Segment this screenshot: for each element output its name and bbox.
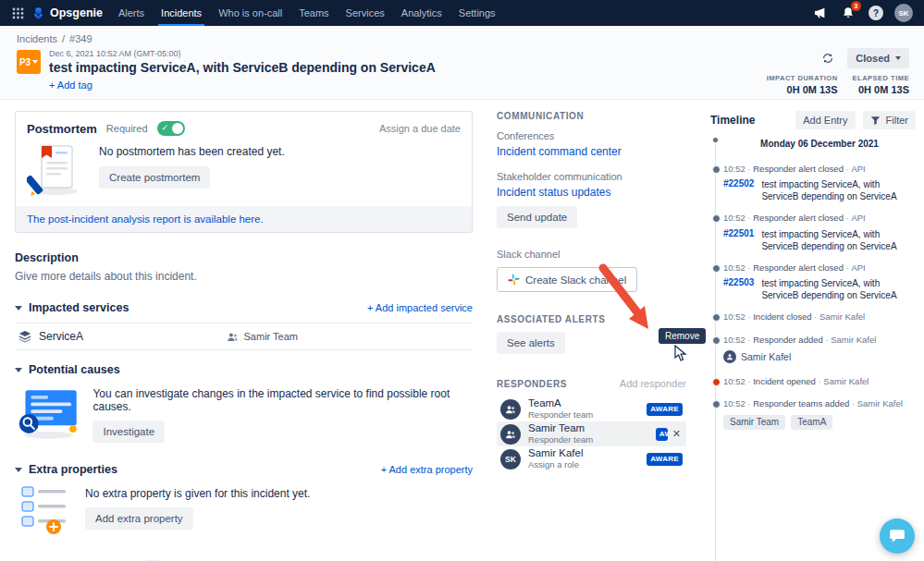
entry-time: 10:52: [723, 335, 745, 345]
postmortem-report-link[interactable]: The post-incident analysis report is ava…: [27, 213, 264, 225]
send-update-button[interactable]: Send update: [497, 206, 577, 228]
priority-dropdown[interactable]: P3: [17, 50, 41, 74]
associated-alerts-header: ASSOCIATED ALERTS: [497, 314, 686, 324]
add-extra-property-link[interactable]: + Add extra property: [381, 464, 473, 475]
user-avatar[interactable]: SK: [894, 4, 913, 22]
alert-link[interactable]: #22502: [723, 178, 754, 202]
nav-item-incidents[interactable]: Incidents: [153, 0, 210, 26]
description-title: Description: [15, 251, 473, 264]
responder-name: TeamA: [528, 397, 593, 409]
team-tag[interactable]: TeamA: [791, 415, 832, 430]
impacted-services-section: Impacted services + Add impacted service…: [15, 301, 473, 350]
status-dropdown[interactable]: Closed: [847, 48, 909, 68]
brand-name: Opsgenie: [50, 6, 103, 19]
refresh-icon[interactable]: [821, 52, 834, 65]
chevron-down-icon[interactable]: [15, 306, 22, 311]
responders-list: TeamA Responder team AWARE Samir Team Re…: [497, 396, 686, 471]
timeline-column: Timeline Add Entry Filter Monday 06 Dece…: [710, 111, 916, 561]
chevron-down-icon[interactable]: [15, 468, 22, 472]
notifications-bell-icon[interactable]: 3: [839, 4, 857, 22]
entry-by: Samir Kafel: [816, 376, 869, 386]
slack-icon: [508, 274, 520, 286]
postmortem-info-bar: The post-incident analysis report is ava…: [16, 206, 472, 232]
chat-widget-button[interactable]: [880, 518, 915, 554]
duration-stats: IMPACT DURATION 0H 0M 13S ELAPSED TIME 0…: [767, 74, 909, 95]
aware-badge: AWARE: [647, 453, 683, 466]
status-label: Closed: [856, 53, 890, 64]
chat-bubble-icon: [889, 528, 906, 544]
potential-causes-text: You can investigate changes in the impac…: [92, 387, 473, 413]
responder-added-chip[interactable]: Samir Kafel: [723, 350, 916, 363]
opsgenie-logo-icon: [31, 6, 45, 20]
entry-by: Samir Kafel: [823, 335, 877, 345]
add-impacted-service-link[interactable]: + Add impacted service: [367, 302, 473, 313]
postmortem-required-label: Required: [106, 123, 148, 134]
add-entry-button[interactable]: Add Entry: [795, 111, 855, 129]
entry-time: 10:52: [723, 262, 745, 273]
timeline-entry-meta: 10:52Responder alert closedAPI: [723, 213, 916, 223]
entry-by: Samir Kafel: [812, 311, 866, 322]
entry-by: API: [844, 213, 866, 223]
incident-status-updates-link[interactable]: Incident status updates: [497, 186, 686, 199]
create-slack-channel-button[interactable]: Create Slack channel: [497, 267, 637, 292]
required-toggle[interactable]: [157, 121, 185, 136]
timeline-entry-incident-opened: 10:52Incident openedSamir Kafel: [723, 376, 916, 386]
add-extra-property-button[interactable]: Add extra property: [85, 507, 193, 530]
help-icon[interactable]: ?: [867, 4, 885, 22]
add-tag-link[interactable]: + Add tag: [49, 79, 92, 91]
entry-time: 10:52: [723, 398, 745, 409]
entry-action: Incident closed: [745, 311, 812, 322]
incident-command-center-link[interactable]: Incident command center: [497, 145, 686, 158]
primary-nav: Alerts Incidents Who is on-call Teams Se…: [110, 0, 504, 26]
extra-properties-illustration: [15, 483, 72, 535]
incident-date: Dec 6, 2021 10:52 AM (GMT-05:00): [49, 49, 181, 58]
entry-time: 10:52: [723, 311, 745, 322]
postmortem-empty-text: No postmortem has been created yet.: [99, 145, 285, 158]
service-row[interactable]: ServiceA Samir Team: [15, 323, 473, 350]
entry-time: 10:52: [723, 213, 745, 223]
navbar-right: 3 ? SK: [811, 4, 917, 22]
add-responder-input[interactable]: Add responder: [620, 378, 686, 389]
nav-item-teams[interactable]: Teams: [290, 0, 337, 26]
app-switcher-icon[interactable]: [7, 3, 28, 23]
team-icon: [227, 332, 239, 342]
breadcrumb-current: #349: [69, 33, 92, 44]
nav-item-services[interactable]: Services: [338, 0, 393, 26]
nav-item-who-is-on-call[interactable]: Who is on-call: [210, 0, 290, 26]
entry-action: Incident opened: [745, 376, 816, 386]
incident-header: Incidents / #349 P3 Dec 6, 2021 10:52 AM…: [0, 26, 924, 100]
announcements-icon[interactable]: [811, 4, 830, 22]
responder-row-samir-kafel[interactable]: SK Samir Kafel Assign a role AWARE: [497, 446, 686, 471]
chevron-down-icon[interactable]: [15, 368, 22, 372]
assign-due-date[interactable]: Assign a due date: [379, 123, 461, 134]
timeline-entry: 10:52Responder alert closedAPI #22502 te…: [723, 164, 916, 202]
see-alerts-button[interactable]: See alerts: [497, 332, 565, 354]
timeline-date-header: Monday 06 December 2021: [723, 139, 916, 149]
responder-name: Samir Kafel: [528, 447, 583, 459]
alert-link[interactable]: #22501: [723, 228, 754, 252]
service-owner-name: Samir Team: [244, 331, 298, 342]
create-postmortem-button[interactable]: Create postmortem: [99, 166, 210, 189]
description-text: Give more details about this incident.: [15, 270, 473, 283]
team-avatar: [500, 424, 521, 445]
opsgenie-brand[interactable]: Opsgenie: [28, 6, 110, 20]
postmortem-title: Postmortem: [27, 122, 97, 136]
filter-button[interactable]: Filter: [863, 111, 916, 129]
incident-details-column: Postmortem Required Assign a due date: [15, 111, 473, 561]
breadcrumb: Incidents / #349: [17, 33, 92, 44]
breadcrumb-separator: /: [62, 33, 65, 44]
investigate-button[interactable]: Investigate: [92, 421, 165, 443]
remove-responder-icon[interactable]: ✕: [672, 428, 681, 440]
nav-item-settings[interactable]: Settings: [450, 0, 504, 26]
user-avatar-icon: [723, 350, 736, 363]
breadcrumb-incidents-link[interactable]: Incidents: [17, 33, 57, 44]
nav-item-analytics[interactable]: Analytics: [393, 0, 450, 26]
team-tag[interactable]: Samir Team: [723, 415, 785, 430]
nav-item-alerts[interactable]: Alerts: [110, 0, 153, 26]
alert-link[interactable]: #22503: [723, 277, 754, 301]
postmortem-card: Postmortem Required Assign a due date: [15, 111, 473, 233]
responder-row-teama[interactable]: TeamA Responder team AWARE: [497, 396, 686, 421]
entry-time: 10:52: [723, 376, 745, 386]
timeline-list: Monday 06 December 2021 10:52Responder a…: [710, 139, 916, 561]
responder-row-samir-team[interactable]: Samir Team Responder team AWARE ✕: [497, 421, 686, 446]
